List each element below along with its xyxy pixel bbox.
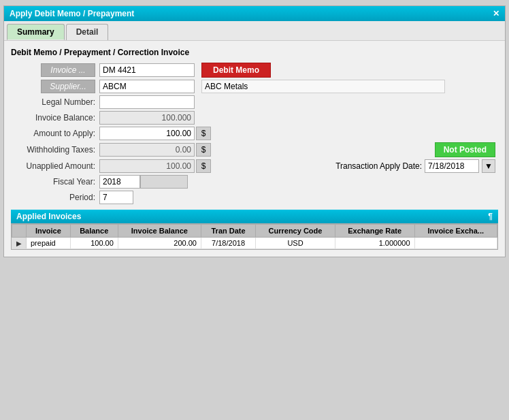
applied-invoices-title: Applied Invoices — [16, 212, 81, 221]
col-invoice-balance-header: Invoice Balance — [118, 225, 201, 238]
table-header-row: Invoice Balance Invoice Balance Tran Dat… — [12, 225, 497, 238]
unapplied-currency-symbol: $ — [196, 159, 211, 173]
section-title: Debit Memo / Prepayment / Correction Inv… — [11, 48, 498, 57]
period-row: Period: — [11, 191, 498, 204]
calendar-icon[interactable]: ▼ — [482, 159, 495, 173]
main-window: Apply Debit Memo / Prepayment ✕ Summary … — [3, 5, 506, 257]
amount-to-apply-label: Amount to Apply: — [11, 129, 99, 138]
supplier-code-input[interactable] — [99, 80, 195, 93]
applied-invoices-table-area: Invoice Balance Invoice Balance Tran Dat… — [11, 223, 498, 250]
row-invoice-balance: 200.00 — [118, 238, 201, 249]
amount-currency-symbol: $ — [196, 127, 211, 140]
applied-invoices-table: Invoice Balance Invoice Balance Tran Dat… — [12, 224, 497, 249]
applied-invoices-header: Applied Invoices ¶ — [11, 210, 498, 223]
invoice-label-button[interactable]: Invoice ... — [41, 63, 95, 77]
pin-icon[interactable]: ¶ — [488, 212, 493, 221]
transaction-apply-date-label: Transaction Apply Date: — [335, 161, 422, 171]
not-posted-button[interactable]: Not Posted — [435, 142, 495, 157]
invoice-input[interactable] — [99, 63, 195, 77]
fiscal-year-input[interactable] — [99, 175, 140, 189]
row-balance: 100.00 — [70, 238, 118, 249]
period-input[interactable] — [99, 191, 133, 204]
col-balance-header: Balance — [70, 225, 118, 238]
withholding-taxes-input — [99, 143, 195, 157]
fiscal-year-row: Fiscal Year: — [11, 175, 498, 189]
tab-summary[interactable]: Summary — [7, 24, 65, 40]
fiscal-year-extra-input — [140, 175, 188, 189]
col-invoice-excha-header: Invoice Excha... — [414, 225, 497, 238]
legal-number-row: Legal Number: — [11, 95, 498, 109]
tab-detail[interactable]: Detail — [66, 24, 109, 40]
fiscal-year-label: Fiscal Year: — [11, 177, 99, 187]
row-exchange-rate: 1.000000 — [335, 238, 414, 249]
col-exchange-rate-header: Exchange Rate — [335, 225, 414, 238]
table-row[interactable]: ▶ prepaid 100.00 200.00 7/18/2018 USD 1.… — [12, 238, 497, 249]
col-tran-date-header: Tran Date — [201, 225, 255, 238]
col-invoice-header: Invoice — [27, 225, 71, 238]
transaction-apply-date-input[interactable] — [425, 159, 479, 173]
row-currency-code: USD — [256, 238, 335, 249]
supplier-label-button[interactable]: Supplier... — [41, 80, 95, 93]
close-icon[interactable]: ✕ — [493, 9, 499, 18]
row-arrow: ▶ — [12, 238, 27, 249]
row-invoice-excha — [414, 238, 497, 249]
col-arrow-header — [12, 225, 27, 238]
withholding-currency-symbol: $ — [196, 143, 211, 157]
title-bar: Apply Debit Memo / Prepayment ✕ — [4, 6, 505, 21]
unapplied-amount-input — [99, 159, 195, 173]
period-label: Period: — [11, 193, 99, 202]
debit-memo-button[interactable]: Debit Memo — [201, 63, 271, 78]
window-title: Apply Debit Memo / Prepayment — [10, 9, 134, 18]
legal-number-label: Legal Number: — [11, 97, 99, 107]
invoice-balance-row: Invoice Balance: — [11, 111, 498, 125]
main-content: Debit Memo / Prepayment / Correction Inv… — [4, 41, 505, 257]
supplier-name: ABC Metals — [201, 80, 445, 93]
row-tran-date: 7/18/2018 — [201, 238, 255, 249]
legal-number-input[interactable] — [99, 95, 195, 109]
tab-bar: Summary Detail — [4, 21, 505, 41]
amount-to-apply-row: Amount to Apply: $ — [11, 127, 498, 140]
invoice-balance-label: Invoice Balance: — [11, 113, 99, 123]
withholding-row: Withholding Taxes: $ Not Posted — [11, 142, 498, 157]
row-invoice: prepaid — [27, 238, 71, 249]
invoice-row: Invoice ... Debit Memo — [11, 63, 498, 78]
supplier-row: Supplier... ABC Metals — [11, 80, 498, 93]
unapplied-amount-label: Unapplied Amount: — [11, 161, 99, 171]
invoice-balance-input — [99, 111, 195, 125]
amount-to-apply-input[interactable] — [99, 127, 195, 140]
unapplied-row: Unapplied Amount: $ Transaction Apply Da… — [11, 159, 498, 173]
withholding-taxes-label: Withholding Taxes: — [11, 145, 99, 155]
col-currency-code-header: Currency Code — [256, 225, 335, 238]
